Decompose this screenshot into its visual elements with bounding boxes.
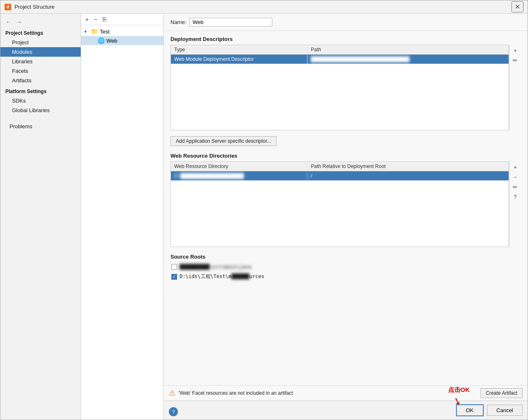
expand-icon: ▾ <box>84 29 89 34</box>
name-label: Name: <box>170 19 186 25</box>
deployment-descriptors-header: Type Path <box>171 45 509 55</box>
sidebar-item-sdks[interactable]: SDKs <box>0 96 81 106</box>
source-root-item-0: ██████████\src\main\java <box>170 262 521 271</box>
tree-item-web[interactable]: 🌐 Web <box>81 36 163 45</box>
dd-type-cell: Web Module Deployment Descriptor <box>171 55 307 64</box>
tree-toolbar: + − ⎘ <box>81 14 163 25</box>
wr-remove-button[interactable]: − <box>512 173 518 181</box>
wr-path-cell: / <box>307 171 509 180</box>
deployment-descriptor-row-0[interactable]: Web Module Deployment Descriptor ███████… <box>171 55 509 64</box>
sidebar-item-modules[interactable]: Modules <box>0 47 81 57</box>
deployment-descriptors-table: Type Path Web Module Deployment Descript… <box>170 45 509 130</box>
tree-content: ▾ 📁 Test 🌐 Web <box>81 25 163 420</box>
back-button[interactable]: ← <box>4 18 13 26</box>
web-resource-table-wrapper: Web Resource Directory Path Relative to … <box>170 161 521 247</box>
dd-path-cell: ████████████████████████████ <box>307 55 509 64</box>
web-resource-header: Web Resource Directory Path Relative to … <box>171 162 509 171</box>
web-resource-empty <box>171 180 509 247</box>
deployment-descriptor-side-buttons: + ✏ <box>509 45 521 130</box>
web-resource-row-0[interactable]: D:\██████████████████ / <box>171 171 509 180</box>
sidebar-item-problems[interactable]: Problems <box>0 122 81 131</box>
detail-header: Name: <box>164 14 528 31</box>
web-resource-directories-title: Web Resource Directories <box>170 153 521 159</box>
create-artifact-button[interactable]: Create Artifact <box>480 388 523 398</box>
tree-add-button[interactable]: + <box>84 15 91 23</box>
tree-item-label: Web <box>106 38 118 44</box>
platform-settings-header: Platform Settings <box>0 85 81 96</box>
web-resource-side-buttons: + − ✏ ? <box>509 161 521 247</box>
col-path: Path <box>307 45 509 54</box>
deployment-descriptors-table-wrapper: Type Path Web Module Deployment Descript… <box>170 45 521 130</box>
sidebar-item-global-libraries[interactable]: Global Libraries <box>0 106 81 115</box>
project-structure-dialog: d Project Structure ✕ ← → Project Settin… <box>0 0 528 420</box>
main-content: ← → Project Settings Project Modules Lib… <box>0 14 528 420</box>
sidebar-item-project[interactable]: Project <box>0 38 81 47</box>
deployment-descriptors-empty <box>171 64 509 130</box>
wr-edit-button[interactable]: ✏ <box>511 183 519 191</box>
sidebar-item-artifacts[interactable]: Artifacts <box>0 76 81 85</box>
sidebar-item-libraries[interactable]: Libraries <box>0 57 81 66</box>
tree-panel: + − ⎘ ▾ 📁 Test 🌐 Web <box>81 14 164 420</box>
title-bar: d Project Structure ✕ <box>0 0 528 14</box>
web-resource-table: Web Resource Directory Path Relative to … <box>170 161 509 247</box>
help-button[interactable]: ? <box>169 407 178 416</box>
wr-help-button[interactable]: ? <box>512 193 518 201</box>
tree-remove-button[interactable]: − <box>92 15 99 23</box>
col-type: Type <box>171 45 307 54</box>
dd-add-button[interactable]: + <box>512 46 518 55</box>
folder-icon: 📁 <box>91 28 98 35</box>
source-root-checkbox-0[interactable] <box>171 264 177 270</box>
warning-text: 'Web' Facet resources are not included i… <box>179 390 477 396</box>
col-directory: Web Resource Directory <box>171 162 307 171</box>
wr-directory-cell: D:\██████████████████ <box>171 171 307 180</box>
web-resource-directories-section: Web Resource Directories Web Resource Di… <box>170 153 521 247</box>
add-descriptor-button[interactable]: Add Application Server specific descript… <box>170 136 276 146</box>
app-icon: d <box>5 4 11 10</box>
dialog-title: Project Structure <box>14 4 55 10</box>
title-bar-left: d Project Structure <box>5 4 55 10</box>
source-root-checkbox-1[interactable]: ✓ <box>171 274 177 280</box>
dialog-footer: ? 点击OK ➘ OK Cancel <box>164 401 528 420</box>
detail-panel: Name: Deployment Descriptors Type Path <box>164 14 528 420</box>
source-root-path-1: D:\ids\工程\Test\m██████urces <box>180 273 264 280</box>
problems-section: Problems <box>0 122 81 131</box>
tree-item-test[interactable]: ▾ 📁 Test <box>81 27 163 36</box>
sidebar: ← → Project Settings Project Modules Lib… <box>0 14 81 420</box>
tree-copy-button[interactable]: ⎘ <box>101 15 108 23</box>
warning-bar: ⚠ 'Web' Facet resources are not included… <box>164 385 528 401</box>
sidebar-item-facets[interactable]: Facets <box>0 66 81 76</box>
ok-button[interactable]: OK <box>456 404 484 416</box>
deployment-descriptors-title: Deployment Descriptors <box>170 36 521 42</box>
warning-icon: ⚠ <box>169 389 175 398</box>
detail-body: Deployment Descriptors Type Path Web Mod… <box>164 31 528 385</box>
source-root-item-1: ✓ D:\ids\工程\Test\m██████urces <box>170 271 521 282</box>
deployment-descriptors-section: Deployment Descriptors Type Path Web Mod… <box>170 36 521 146</box>
cancel-button[interactable]: Cancel <box>487 405 523 416</box>
source-roots-section: Source Roots ██████████\src\main\java ✓ … <box>170 254 521 282</box>
col-path-relative: Path Relative to Deployment Root <box>307 162 509 171</box>
close-button[interactable]: ✕ <box>511 1 523 12</box>
tree-item-label: Test <box>100 29 110 35</box>
add-descriptor-btn-wrapper: Add Application Server specific descript… <box>170 134 521 146</box>
sidebar-nav-row: ← → <box>0 17 81 27</box>
source-roots-title: Source Roots <box>170 254 521 260</box>
web-icon: 🌐 <box>98 37 105 44</box>
wr-add-button[interactable]: + <box>512 163 518 171</box>
project-settings-header: Project Settings <box>0 27 81 38</box>
source-root-path-0: ██████████\src\main\java <box>180 264 251 270</box>
name-input[interactable] <box>190 18 272 26</box>
dd-edit-button[interactable]: ✏ <box>511 56 519 65</box>
forward-button[interactable]: → <box>14 18 24 26</box>
